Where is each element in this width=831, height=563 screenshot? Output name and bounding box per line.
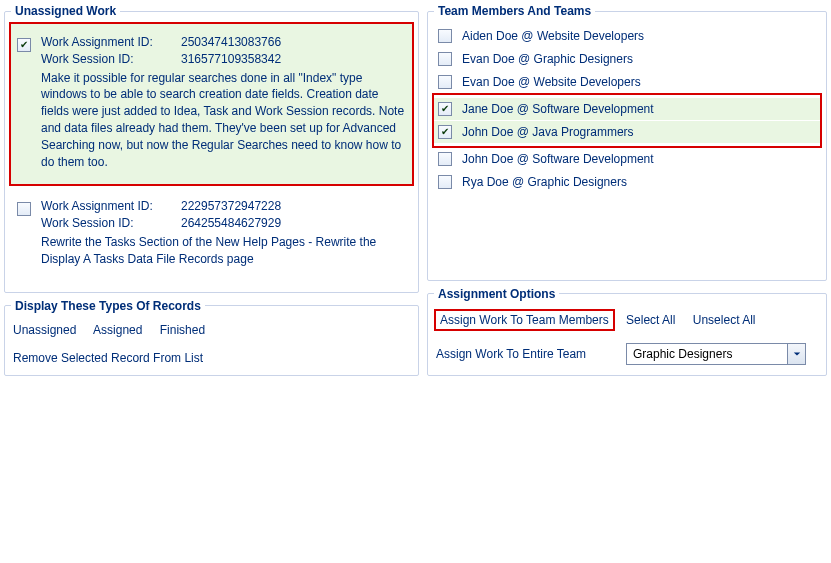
work-item[interactable]: Work Assignment ID:222957372947228Work S… bbox=[11, 188, 412, 281]
work-item[interactable]: Work Assignment ID:250347413083766Work S… bbox=[11, 24, 412, 184]
display-types-panel: Display These Types Of Records Unassigne… bbox=[4, 299, 419, 376]
member-checkbox[interactable] bbox=[438, 125, 452, 139]
member-label: John Doe @ Java Programmers bbox=[462, 125, 634, 139]
member-label: Jane Doe @ Software Development bbox=[462, 102, 654, 116]
work-session-id-label: Work Session ID: bbox=[41, 215, 181, 232]
member-checkbox[interactable] bbox=[438, 102, 452, 116]
filter-unassigned-link[interactable]: Unassigned bbox=[13, 323, 76, 337]
work-item-description: Make it possible for regular searches do… bbox=[41, 70, 406, 171]
member-row[interactable]: Evan Doe @ Graphic Designers bbox=[434, 48, 820, 70]
work-item-body: Work Assignment ID:222957372947228Work S… bbox=[41, 198, 406, 267]
work-assignment-id-value: 222957372947228 bbox=[181, 198, 406, 215]
member-row[interactable]: Jane Doe @ Software Development bbox=[434, 98, 820, 120]
remove-selected-link[interactable]: Remove Selected Record From List bbox=[13, 351, 203, 365]
work-session-id-label: Work Session ID: bbox=[41, 51, 181, 68]
work-assignment-id-value: 250347413083766 bbox=[181, 34, 406, 51]
member-checkbox[interactable] bbox=[438, 52, 452, 66]
filter-assigned-link[interactable]: Assigned bbox=[93, 323, 142, 337]
unassigned-work-panel: Unassigned Work Work Assignment ID:25034… bbox=[4, 4, 419, 293]
work-session-id-value: 316577109358342 bbox=[181, 51, 406, 68]
work-session-id-value: 264255484627929 bbox=[181, 215, 406, 232]
member-row[interactable]: Evan Doe @ Website Developers bbox=[434, 71, 820, 93]
team-select-value: Graphic Designers bbox=[627, 347, 787, 361]
member-highlight-group: Jane Doe @ Software DevelopmentJohn Doe … bbox=[434, 95, 820, 146]
unassigned-work-legend: Unassigned Work bbox=[11, 4, 120, 18]
member-label: Aiden Doe @ Website Developers bbox=[462, 29, 644, 43]
assign-to-members-link[interactable]: Assign Work To Team Members bbox=[436, 311, 613, 329]
dropdown-caret-icon[interactable] bbox=[787, 344, 805, 364]
member-row[interactable]: Aiden Doe @ Website Developers bbox=[434, 25, 820, 47]
member-row[interactable]: Rya Doe @ Graphic Designers bbox=[434, 171, 820, 193]
member-row[interactable]: John Doe @ Java Programmers bbox=[434, 121, 820, 143]
work-item-body: Work Assignment ID:250347413083766Work S… bbox=[41, 34, 406, 170]
unselect-all-link[interactable]: Unselect All bbox=[693, 313, 756, 327]
display-types-legend: Display These Types Of Records bbox=[11, 299, 205, 313]
work-item-checkbox[interactable] bbox=[17, 202, 31, 216]
member-label: Evan Doe @ Website Developers bbox=[462, 75, 641, 89]
member-checkbox[interactable] bbox=[438, 152, 452, 166]
filter-finished-link[interactable]: Finished bbox=[160, 323, 205, 337]
work-item-description: Rewrite the Tasks Section of the New Hel… bbox=[41, 234, 406, 268]
team-members-panel: Team Members And Teams Aiden Doe @ Websi… bbox=[427, 4, 827, 281]
work-assignment-id-label: Work Assignment ID: bbox=[41, 198, 181, 215]
member-row[interactable]: John Doe @ Software Development bbox=[434, 148, 820, 170]
assignment-options-legend: Assignment Options bbox=[434, 287, 559, 301]
member-checkbox[interactable] bbox=[438, 75, 452, 89]
select-all-link[interactable]: Select All bbox=[626, 313, 675, 327]
member-label: John Doe @ Software Development bbox=[462, 152, 654, 166]
member-checkbox[interactable] bbox=[438, 29, 452, 43]
team-members-legend: Team Members And Teams bbox=[434, 4, 595, 18]
member-checkbox[interactable] bbox=[438, 175, 452, 189]
assignment-options-panel: Assignment Options Assign Work To Team M… bbox=[427, 287, 827, 376]
work-assignment-id-label: Work Assignment ID: bbox=[41, 34, 181, 51]
member-label: Evan Doe @ Graphic Designers bbox=[462, 52, 633, 66]
member-label: Rya Doe @ Graphic Designers bbox=[462, 175, 627, 189]
assign-to-team-label[interactable]: Assign Work To Entire Team bbox=[436, 347, 626, 361]
team-select[interactable]: Graphic Designers bbox=[626, 343, 806, 365]
work-item-checkbox[interactable] bbox=[17, 38, 31, 52]
